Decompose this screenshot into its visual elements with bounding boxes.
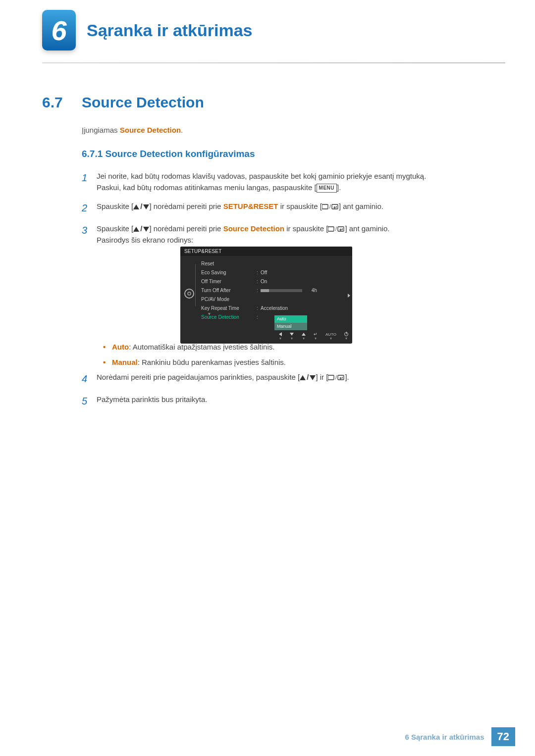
triangle-up-icon: [133, 204, 139, 209]
osd-title: SETUP&RESET: [180, 247, 352, 256]
osd-foot-down: ▾: [290, 332, 294, 341]
osd-label: Eco Saving: [201, 270, 257, 275]
chevron-down-icon: ▾: [208, 311, 211, 316]
step-1-line2-post: ].: [337, 183, 341, 192]
svg-rect-0: [322, 204, 328, 209]
step-number: 2: [82, 201, 97, 216]
power-icon: [344, 332, 348, 336]
triangle-down-icon: [310, 375, 316, 380]
setup-reset-keyword: SETUP&RESET: [223, 202, 278, 210]
osd-label: Off Timer: [201, 279, 257, 284]
source-detection-keyword: Source Detection: [223, 224, 284, 233]
triangle-down-icon: [143, 204, 149, 209]
intro-keyword: Source Detection: [120, 126, 181, 134]
step-text: Pažymėta parinktis bus pritaikyta.: [97, 394, 500, 409]
step-2: 2 Spauskite [/] norėdami pereiti prie SE…: [82, 201, 500, 216]
osd-value: Acceleration: [261, 305, 349, 311]
manual-text: : Rankiniu būdu parenkamas įvesties šalt…: [138, 358, 286, 366]
osd-tree-line: [195, 264, 196, 306]
t: Spauskite [: [97, 224, 133, 233]
triangle-up-icon: [302, 333, 306, 336]
slider-icon: [261, 289, 302, 292]
t: Spauskite [: [97, 202, 133, 210]
osd-value: On: [261, 279, 349, 284]
intro-suffix: .: [181, 126, 183, 134]
menu-icon: MENU: [317, 184, 337, 193]
svg-rect-3: [328, 227, 334, 231]
t: ].: [345, 373, 349, 381]
step-text: Norėdami pereiti prie pageidaujamos pari…: [97, 371, 500, 387]
osd-body: Reset Eco Saving : Off Off Timer : On Tu…: [180, 256, 352, 330]
osd-row-timer: Off Timer : On: [183, 277, 349, 286]
triangle-up-icon: [133, 227, 139, 232]
t: ] ir [: [316, 373, 328, 381]
osd-value: Off: [261, 270, 349, 275]
step-1: 1 Jei norite, kad būtų rodomas klavišų v…: [82, 170, 500, 194]
step-text: Spauskite [/] norėdami pereiti prie SETU…: [97, 201, 500, 216]
osd-foot-auto: AUTO▾: [325, 332, 336, 341]
page-footer: 6 Sąranka ir atkūrimas 72: [405, 727, 515, 746]
step-text: Spauskite [/] norėdami pereiti prie Sour…: [97, 223, 500, 246]
t: ] norėdami pereiti prie: [149, 202, 223, 210]
svg-text:/: /: [335, 375, 337, 380]
manual-keyword: Manual: [112, 358, 138, 366]
osd-row-turnoff: Turn Off After : 4h: [183, 286, 349, 295]
osd-row-reset: Reset: [183, 259, 349, 268]
osd-label: Reset: [201, 261, 257, 266]
t: Norėdami pereiti prie pageidaujamos pari…: [97, 373, 300, 381]
colon: :: [257, 270, 261, 275]
osd-option-auto: Auto: [274, 315, 307, 323]
page: 6 Sąranka ir atkūrimas 6.7 Source Detect…: [0, 0, 535, 756]
step-1-line2-pre: Paskui, kad būtų rodomas atitinkamas men…: [97, 183, 317, 192]
osd-foot-back: ▾: [279, 332, 282, 341]
section-intro: Įjungiamas Source Detection.: [82, 126, 183, 134]
rect-enter-icon: /: [322, 204, 339, 210]
step-number: 1: [82, 170, 97, 194]
section-header: 6.7 Source Detection: [42, 94, 204, 111]
svg-text:/: /: [335, 226, 337, 232]
t: ir spauskite [: [278, 202, 322, 210]
bullet-icon: •: [103, 342, 112, 353]
bullet-auto: • Auto: Automatiškai atpažįstamas įvesti…: [103, 342, 490, 353]
colon: :: [257, 279, 261, 284]
colon: :: [257, 305, 261, 311]
osd-label: Key Repeat Time: [201, 305, 257, 311]
step-3: 3 Spauskite [/] norėdami pereiti prie So…: [82, 223, 500, 246]
auto-text: : Automatiškai atpažįstamas įvesties šal…: [129, 343, 274, 351]
osd-foot-enter: ↵▾: [314, 332, 318, 341]
section-number: 6.7: [42, 94, 82, 111]
subsection-title: 6.7.1 Source Detection konfigūravimas: [82, 149, 255, 159]
auto-keyword: Auto: [112, 343, 129, 351]
osd-foot-up: ▾: [302, 332, 306, 341]
chapter-number: 6: [51, 14, 66, 47]
bullet-text: Manual: Rankiniu būdu parenkamas įvestie…: [112, 357, 286, 368]
colon: :: [257, 288, 261, 293]
osd-foot-auto-label: AUTO: [325, 332, 336, 336]
chapter-header: 6 Sąranka ir atkūrimas: [42, 10, 515, 50]
steps-bottom: 4 Norėdami pereiti prie pageidaujamos pa…: [82, 371, 500, 416]
triangle-down-icon: [143, 227, 149, 232]
footer-text: 6 Sąranka ir atkūrimas: [405, 733, 484, 741]
step-text: Jei norite, kad būtų rodomas klavišų vad…: [97, 170, 500, 194]
slash: /: [139, 223, 143, 234]
page-number: 72: [491, 727, 515, 746]
osd-option-manual: Manual: [274, 323, 307, 330]
header-rule: [42, 62, 505, 63]
chevron-right-icon: [348, 294, 350, 298]
osd-row-eco: Eco Saving : Off: [183, 268, 349, 277]
colon: :: [257, 314, 261, 320]
step-5: 5 Pažymėta parinktis bus pritaikyta.: [82, 394, 500, 409]
svg-text:/: /: [329, 204, 331, 209]
step-number: 5: [82, 394, 97, 409]
step-4: 4 Norėdami pereiti prie pageidaujamos pa…: [82, 371, 500, 387]
t: ] norėdami pereiti prie: [149, 224, 223, 233]
bullet-manual: • Manual: Rankiniu būdu parenkamas įvest…: [103, 357, 490, 368]
enter-icon: ↵: [314, 332, 318, 336]
t: ] ant gaminio.: [345, 224, 389, 233]
svg-rect-6: [328, 375, 334, 380]
osd-foot-power: ▾: [344, 332, 348, 341]
osd-slider-value: 4h: [312, 288, 317, 293]
intro-prefix: Įjungiamas: [82, 126, 120, 134]
triangle-down-icon: [290, 333, 294, 336]
step-3-tail: Pasirodys šis ekrano rodinys:: [97, 236, 193, 244]
